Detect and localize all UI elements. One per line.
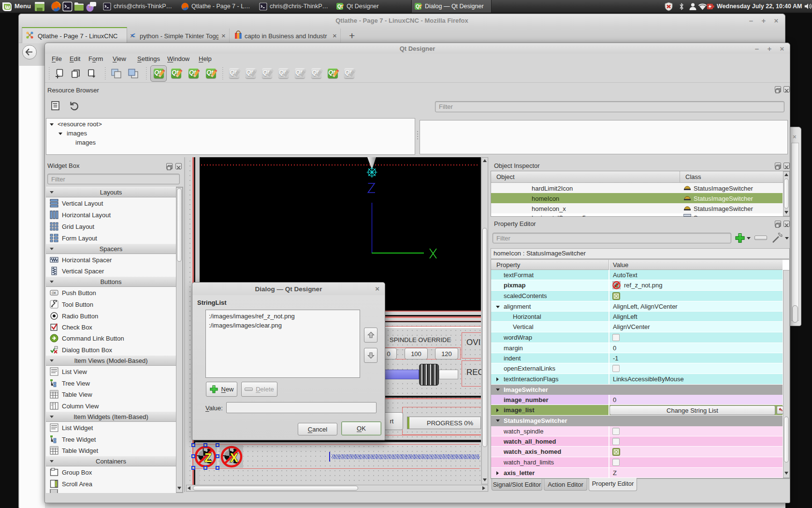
svg-text:Z: Z (204, 451, 212, 464)
svg-text:OK: OK (52, 291, 57, 295)
svg-text:X: X (230, 451, 238, 464)
